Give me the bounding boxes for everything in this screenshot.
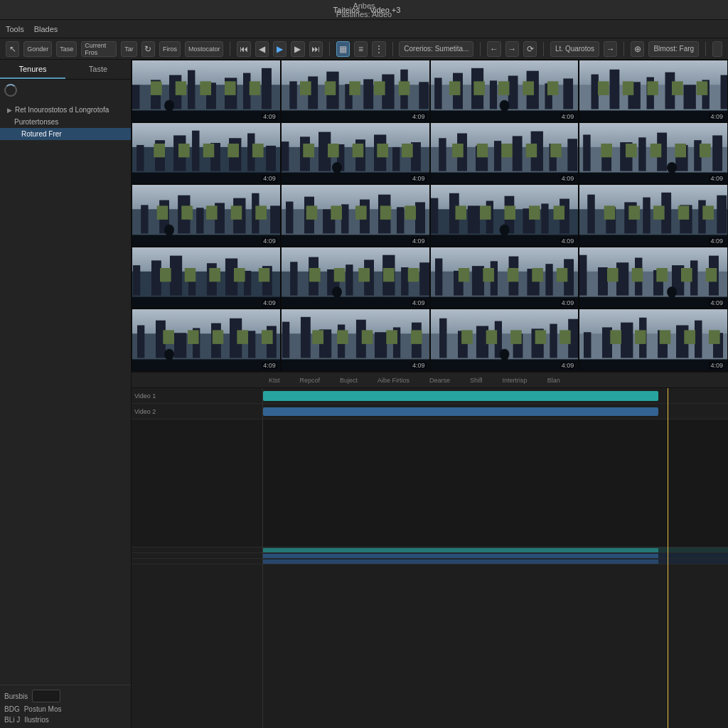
step-fwd-btn[interactable]: ▶ xyxy=(291,41,304,57)
thumb-4-2[interactable]: 4:09 xyxy=(430,309,579,371)
lt-quarotos-btn[interactable]: Blmost: Farg xyxy=(648,41,699,57)
thumb-3-1[interactable]: 4:09 xyxy=(281,247,430,309)
step-back-btn[interactable]: ◀ xyxy=(255,41,269,57)
separator5 xyxy=(543,42,544,56)
tl-track-thin1[interactable] xyxy=(263,547,728,553)
thumb-timecode: 4:09 xyxy=(709,175,724,182)
tl-track-big[interactable] xyxy=(263,419,728,547)
thumb-1-2[interactable]: 4:09 xyxy=(430,122,579,185)
toolbar-select-btn[interactable]: ↖ xyxy=(6,41,19,57)
thumb-2-0[interactable]: 4:09 xyxy=(132,184,281,247)
clip-video2[interactable] xyxy=(263,407,658,416)
tl-label-thin1 xyxy=(132,547,262,553)
tl-right-pane[interactable] xyxy=(263,388,728,728)
col-ktst: Ktst xyxy=(266,377,283,384)
col-headers-row: Ktst Repcof Buject Aibe Firtios Dearse S… xyxy=(263,377,728,384)
chevron-icon-0: ▶ xyxy=(7,107,12,114)
sidebar-tab-tenures[interactable]: Tenures xyxy=(0,60,65,79)
sidebar-tab-taste[interactable]: Taste xyxy=(65,60,131,79)
clip-video1[interactable] xyxy=(263,391,658,401)
toolbar-dropdown-tar[interactable]: Tar xyxy=(121,41,137,57)
separator1 xyxy=(230,42,230,56)
prev-btn[interactable]: ⏮ xyxy=(237,41,250,57)
zoom-out-btn[interactable]: → xyxy=(505,41,519,57)
thumb-4-0[interactable]: 4:09 xyxy=(132,309,281,371)
snap-btn[interactable]: ⊕ xyxy=(631,41,644,57)
thumb-timecode: 4:09 xyxy=(262,362,277,369)
thumb-0-3[interactable]: 4:09 xyxy=(579,60,728,122)
thumb-1-1[interactable]: 4:09 xyxy=(281,122,430,185)
duration-input[interactable] xyxy=(32,690,60,702)
sidebar-bottom: Bursbis BDG Postun Mos BLi J Ilustrios xyxy=(0,685,131,728)
thumb-3-0[interactable]: 4:09 xyxy=(132,247,281,309)
bli-label: BLi J xyxy=(4,716,20,724)
view-detail-btn[interactable]: ⋮ xyxy=(372,41,385,57)
sidebar-loading xyxy=(0,80,131,101)
timeline-area: Ktst Repcof Buject Aibe Firtios Dearse S… xyxy=(132,373,728,728)
thin-clip-2 xyxy=(263,554,658,558)
thumb-3-3[interactable]: 4:09 xyxy=(579,247,728,309)
thumb-timecode: 4:09 xyxy=(560,175,576,182)
thumb-2-2[interactable]: 4:09 xyxy=(430,184,579,247)
ilustrios-value: Ilustrios xyxy=(24,716,48,724)
view-list-btn[interactable]: ≡ xyxy=(354,41,368,57)
tree-item-0[interactable]: ▶ Ret Inourostotos d Longrotofa xyxy=(0,104,131,116)
toolbar-dropdown-firos[interactable]: Firos xyxy=(159,41,181,57)
thumb-timecode: 4:09 xyxy=(560,299,576,306)
blmost-btn[interactable] xyxy=(712,41,722,57)
tl-track-thin3[interactable] xyxy=(263,559,728,564)
toolbar-loop-icon[interactable]: ↻ xyxy=(141,41,155,57)
thumb-timecode: 4:09 xyxy=(709,113,724,120)
thin-clip-1 xyxy=(263,548,658,552)
tl-track-thin2[interactable] xyxy=(263,553,728,559)
toolbar1-tools[interactable]: Tools xyxy=(6,25,24,33)
thumb-timecode: 4:09 xyxy=(411,175,427,182)
thumb-timecode: 4:09 xyxy=(262,175,277,182)
thumb-2-3[interactable]: 4:09 xyxy=(579,184,728,247)
app-title: Anbes Pastlines: Aideo xyxy=(336,1,392,18)
view-grid-btn[interactable]: ▦ xyxy=(336,41,350,57)
sidebar-bottom-row2: BDG Postun Mos xyxy=(4,705,127,713)
toolbar1-blades[interactable]: Blades xyxy=(34,25,58,33)
tereogy-btn[interactable]: Lt. Quarotos xyxy=(550,41,599,57)
toolbar-dropdown-gonder[interactable]: Gonder xyxy=(23,41,52,57)
zoom-in-btn[interactable]: ← xyxy=(487,41,500,57)
next-btn[interactable]: ⏭ xyxy=(309,41,323,57)
tl-track-video1[interactable] xyxy=(263,388,728,404)
col-buject: Buject xyxy=(337,377,360,384)
thumb-timecode: 4:09 xyxy=(560,237,576,245)
thumb-timecode: 4:09 xyxy=(262,113,277,120)
sidebar-bottom-row1: Bursbis xyxy=(4,690,127,702)
thumb-4-1[interactable]: 4:09 xyxy=(281,309,430,371)
toolbar-dropdown-mosto[interactable]: Mostocator xyxy=(185,41,224,57)
tl-label-thin2 xyxy=(132,553,262,559)
loading-spinner xyxy=(4,84,17,97)
thumb-4-3[interactable]: 4:09 xyxy=(579,309,728,371)
thumb-0-1[interactable]: 4:09 xyxy=(281,60,430,122)
toolbar-dropdown-current[interactable]: Current Fros xyxy=(81,41,117,57)
toolbar2: ↖ Gonder Tase Current Fros Tar ↻ Firos M… xyxy=(0,38,728,60)
thumb-timecode: 4:09 xyxy=(560,113,576,120)
thumb-1-0[interactable]: 4:09 xyxy=(132,122,281,185)
tl-label-video1: Video 1 xyxy=(132,388,262,404)
thumb-0-0[interactable]: 4:09 xyxy=(132,60,281,122)
thumb-2-1[interactable]: 4:09 xyxy=(281,184,430,247)
thumb-timecode: 4:09 xyxy=(709,362,724,369)
rotate-btn[interactable]: ⟳ xyxy=(523,41,537,57)
tree-item-1[interactable]: Purotertonses xyxy=(0,116,131,128)
thumb-0-2[interactable]: 4:09 xyxy=(430,60,579,122)
tree-item-2[interactable]: Rotured Frer xyxy=(0,128,131,140)
col-dearse: Dearse xyxy=(427,377,453,384)
arrow-right-btn[interactable]: → xyxy=(604,41,617,57)
play-btn[interactable]: ▶ xyxy=(273,41,287,57)
thin-clip-3 xyxy=(263,560,658,564)
corerios-btn[interactable]: Corerios: Sumetita... xyxy=(399,41,473,57)
toolbar-dropdown-tase[interactable]: Tase xyxy=(56,41,77,57)
col-blan: Blan xyxy=(545,377,563,384)
separator4 xyxy=(480,42,481,56)
tl-track-video2[interactable] xyxy=(263,404,728,419)
thumb-3-2[interactable]: 4:09 xyxy=(430,247,579,309)
tl-left-pane: Video 1 Video 2 xyxy=(132,388,263,728)
thumb-1-3[interactable]: 4:09 xyxy=(579,122,728,185)
separator3 xyxy=(392,42,393,56)
